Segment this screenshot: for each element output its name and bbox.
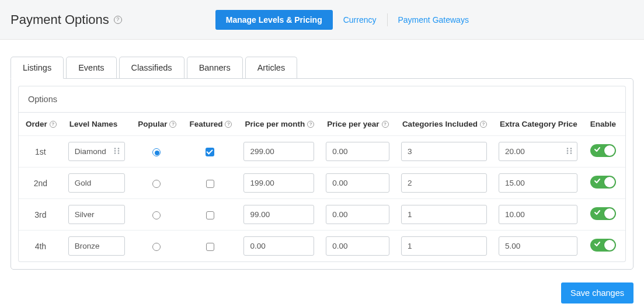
popular-radio[interactable] xyxy=(152,148,161,156)
level-name-input[interactable] xyxy=(68,236,125,256)
popular-radio[interactable] xyxy=(152,180,161,188)
options-panel: Options Order? Level Names Popular? Feat… xyxy=(11,78,633,270)
extra-category-price-input[interactable] xyxy=(499,142,577,161)
tab-listings[interactable]: Listings xyxy=(11,57,64,79)
nav-currency[interactable]: Currency xyxy=(333,10,387,30)
categories-included-input[interactable] xyxy=(401,236,487,256)
price-per-year-input[interactable] xyxy=(326,173,389,193)
price-per-month-input[interactable] xyxy=(243,236,314,256)
enable-toggle[interactable] xyxy=(590,207,616,220)
check-icon xyxy=(594,241,600,248)
featured-checkbox[interactable] xyxy=(206,211,214,219)
panel-header: Options xyxy=(18,86,626,112)
help-icon[interactable]: ? xyxy=(50,121,57,128)
enable-toggle[interactable] xyxy=(590,239,616,252)
help-icon[interactable]: ? xyxy=(480,121,487,128)
col-featured: Featured? xyxy=(182,113,238,136)
col-ppm-label: Price per month xyxy=(245,120,305,128)
toggle-knob xyxy=(604,177,615,187)
col-ppy-label: Price per year xyxy=(327,120,379,128)
table-row: 1st xyxy=(19,136,625,168)
page-title-text: Payment Options xyxy=(11,12,109,27)
featured-checkbox[interactable] xyxy=(206,148,214,156)
check-icon xyxy=(594,178,600,185)
toggle-knob xyxy=(604,208,615,219)
col-popular: Popular? xyxy=(131,113,182,136)
popular-radio[interactable] xyxy=(152,243,161,251)
col-extracat-label: Extra Category Price xyxy=(500,120,577,128)
col-order: Order? xyxy=(19,113,62,136)
table-row: 2nd xyxy=(19,168,625,199)
content: ListingsEventsClassifiedsBannersArticles… xyxy=(0,40,644,280)
price-per-year-input[interactable] xyxy=(326,142,389,161)
tab-classifieds[interactable]: Classifieds xyxy=(119,57,185,79)
table-row: 3rd xyxy=(19,199,625,231)
tab-events[interactable]: Events xyxy=(66,57,116,79)
check-icon xyxy=(594,210,600,217)
col-cats-label: Categories Included xyxy=(402,120,478,128)
col-enable-label: Enable xyxy=(590,120,616,128)
tab-articles[interactable]: Articles xyxy=(245,57,298,79)
help-icon[interactable]: ? xyxy=(382,121,389,128)
toggle-knob xyxy=(604,240,615,250)
help-icon[interactable]: ? xyxy=(225,121,232,128)
check-icon xyxy=(594,146,600,154)
options-table-wrap: Order? Level Names Popular? Featured? Pr… xyxy=(18,112,626,262)
categories-included-input[interactable] xyxy=(401,205,487,224)
col-cats: Categories Included? xyxy=(395,113,493,136)
table-row: 4th xyxy=(19,231,625,262)
extra-category-price-input[interactable] xyxy=(499,173,577,193)
order-cell: 2nd xyxy=(19,168,62,199)
save-row: Save changes xyxy=(0,280,644,307)
level-name-input[interactable] xyxy=(68,205,125,224)
nav-manage-levels[interactable]: Manage Levels & Pricing xyxy=(215,10,333,30)
tab-banners[interactable]: Banners xyxy=(187,57,243,79)
order-cell: 3rd xyxy=(19,199,62,231)
popular-radio[interactable] xyxy=(152,211,161,219)
featured-checkbox[interactable] xyxy=(206,243,214,251)
col-ppm: Price per month? xyxy=(238,113,320,136)
col-level-label: Level Names xyxy=(69,120,118,128)
categories-included-input[interactable] xyxy=(401,142,487,161)
options-table: Order? Level Names Popular? Featured? Pr… xyxy=(19,112,625,261)
tab-bar: ListingsEventsClassifiedsBannersArticles xyxy=(11,56,633,78)
save-button[interactable]: Save changes xyxy=(561,282,633,303)
col-extracat: Extra Category Price xyxy=(493,113,583,136)
price-per-month-input[interactable] xyxy=(243,173,314,193)
col-featured-label: Featured xyxy=(189,120,222,128)
order-cell: 1st xyxy=(19,136,62,168)
order-cell: 4th xyxy=(19,231,62,262)
price-per-year-input[interactable] xyxy=(326,236,389,256)
enable-toggle[interactable] xyxy=(590,144,616,157)
price-per-year-input[interactable] xyxy=(326,205,389,224)
toggle-knob xyxy=(604,145,615,156)
price-per-month-input[interactable] xyxy=(243,142,314,161)
page-title: Payment Options ? xyxy=(11,12,122,27)
top-nav: Manage Levels & Pricing Currency Payment… xyxy=(215,10,479,30)
col-enable: Enable xyxy=(583,113,625,136)
extra-category-price-input[interactable] xyxy=(499,205,577,224)
col-level: Level Names xyxy=(62,113,131,136)
level-name-input[interactable] xyxy=(68,142,125,161)
price-per-month-input[interactable] xyxy=(243,205,314,224)
help-icon[interactable]: ? xyxy=(169,121,176,128)
table-header-row: Order? Level Names Popular? Featured? Pr… xyxy=(19,113,625,136)
top-bar: Payment Options ? Manage Levels & Pricin… xyxy=(0,0,644,40)
extra-category-price-input[interactable] xyxy=(499,236,577,256)
col-order-label: Order xyxy=(26,120,47,128)
level-name-input[interactable] xyxy=(68,173,125,193)
col-ppy: Price per year? xyxy=(320,113,395,136)
help-icon[interactable]: ? xyxy=(114,16,122,24)
help-icon[interactable]: ? xyxy=(307,121,314,128)
featured-checkbox[interactable] xyxy=(206,180,214,188)
nav-gateways[interactable]: Payment Gateways xyxy=(388,10,479,30)
col-popular-label: Popular xyxy=(138,120,167,128)
enable-toggle[interactable] xyxy=(590,176,616,189)
categories-included-input[interactable] xyxy=(401,173,487,193)
